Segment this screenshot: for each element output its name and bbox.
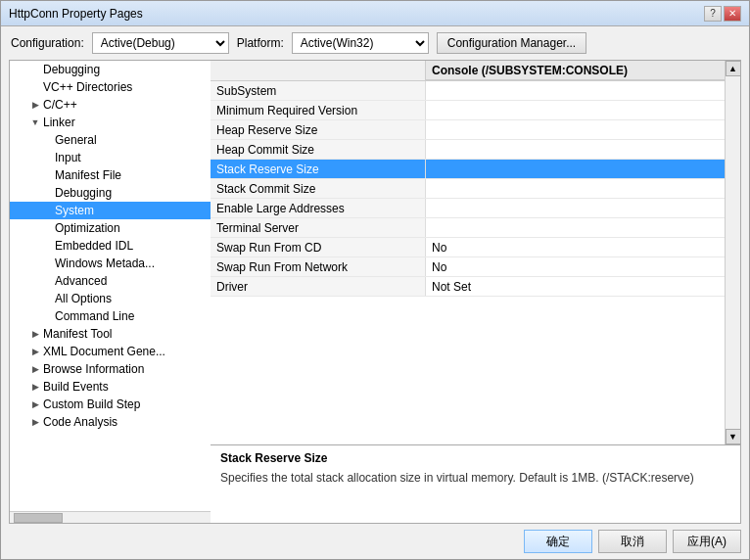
expand-icon-manifest-tool[interactable]: ▶ <box>29 328 41 340</box>
expand-icon-build-events[interactable]: ▶ <box>29 381 41 393</box>
property-grid: Console (/SUBSYSTEM:CONSOLE) SubSystemMi… <box>211 61 725 444</box>
sidebar-label-input: Input <box>55 151 81 164</box>
confirm-button[interactable]: 确定 <box>524 530 592 553</box>
sidebar-item-browse-info[interactable]: ▶Browse Information <box>10 360 211 378</box>
prop-value-cell <box>426 160 725 178</box>
prop-value-cell: Not Set <box>426 277 725 296</box>
table-row[interactable]: Stack Commit Size <box>211 179 725 199</box>
sidebar-item-optimization[interactable]: Optimization <box>10 219 211 237</box>
expand-icon-custom-build[interactable]: ▶ <box>29 398 41 410</box>
sidebar-item-vc-dirs[interactable]: VC++ Directories <box>10 78 211 96</box>
prop-value-cell: No <box>426 257 725 276</box>
prop-value-cell <box>426 101 725 119</box>
prop-name-cell: SubSystem <box>211 81 426 100</box>
sidebar-label-all-options: All Options <box>55 292 112 305</box>
sidebar-content: DebuggingVC++ Directories▶C/C++▼LinkerGe… <box>10 61 211 511</box>
close-button[interactable]: ✕ <box>724 6 741 22</box>
sidebar-item-debugging2[interactable]: Debugging <box>10 184 211 202</box>
sidebar-label-code-analysis: Code Analysis <box>43 415 117 429</box>
configuration-select[interactable]: Active(Debug) <box>92 32 229 54</box>
cancel-button[interactable]: 取消 <box>598 530 667 553</box>
main-content: DebuggingVC++ Directories▶C/C++▼LinkerGe… <box>9 60 741 524</box>
sidebar-item-code-analysis[interactable]: ▶Code Analysis <box>10 413 211 431</box>
sidebar-label-linker: Linker <box>43 116 75 129</box>
window-title: HttpConn Property Pages <box>9 7 143 21</box>
table-row[interactable]: SubSystem <box>211 81 725 101</box>
sidebar-item-system[interactable]: System <box>10 202 211 219</box>
table-row[interactable]: Swap Run From NetworkNo <box>211 257 725 277</box>
sidebar-item-manifest-tool[interactable]: ▶Manifest Tool <box>10 325 211 343</box>
sidebar-item-advanced[interactable]: Advanced <box>10 272 211 290</box>
table-row[interactable]: Stack Reserve Size <box>211 160 725 179</box>
grid-rows: SubSystemMinimum Required VersionHeap Re… <box>211 81 725 297</box>
prop-name-cell: Heap Commit Size <box>211 140 426 159</box>
prop-value-cell <box>426 179 725 198</box>
prop-value-cell <box>426 140 725 159</box>
table-row[interactable]: Heap Reserve Size <box>211 120 725 140</box>
title-bar-buttons: ? ✕ <box>704 6 741 22</box>
table-row[interactable]: Enable Large Addresses <box>211 199 725 218</box>
main-window: HttpConn Property Pages ? ✕ Configuratio… <box>0 0 750 560</box>
prop-name-cell: Heap Reserve Size <box>211 120 426 139</box>
sidebar-label-debugging2: Debugging <box>55 186 112 200</box>
prop-name-cell: Stack Commit Size <box>211 179 426 198</box>
expand-icon-browse-info[interactable]: ▶ <box>29 363 41 375</box>
right-panel: Console (/SUBSYSTEM:CONSOLE) SubSystemMi… <box>211 61 740 523</box>
table-row[interactable]: DriverNot Set <box>211 277 725 297</box>
table-row[interactable]: Minimum Required Version <box>211 101 725 120</box>
sidebar-item-cpp[interactable]: ▶C/C++ <box>10 96 211 114</box>
table-row[interactable]: Swap Run From CDNo <box>211 238 725 257</box>
platform-select[interactable]: Active(Win32) <box>292 32 429 54</box>
table-row[interactable]: Terminal Server <box>211 218 725 238</box>
sidebar: DebuggingVC++ Directories▶C/C++▼LinkerGe… <box>10 61 211 523</box>
table-row[interactable]: Heap Commit Size <box>211 140 725 160</box>
bottom-bar: 确定 取消 应用(A) <box>1 524 749 559</box>
sidebar-item-xml-doc-gen[interactable]: ▶XML Document Gene... <box>10 343 211 360</box>
grid-scrollbar[interactable]: ▲ ▼ <box>725 61 740 444</box>
prop-name-cell: Swap Run From CD <box>211 238 426 257</box>
sidebar-label-debugging: Debugging <box>43 63 100 76</box>
sidebar-label-build-events: Build Events <box>43 380 109 394</box>
expand-icon-linker[interactable]: ▼ <box>29 117 41 128</box>
scroll-up-button[interactable]: ▲ <box>726 61 741 76</box>
sidebar-label-browse-info: Browse Information <box>43 362 144 376</box>
expand-icon-cpp[interactable]: ▶ <box>29 99 41 111</box>
config-manager-button[interactable]: Configuration Manager... <box>437 32 586 54</box>
property-grid-container: Console (/SUBSYSTEM:CONSOLE) SubSystemMi… <box>211 61 740 444</box>
scroll-down-button[interactable]: ▼ <box>726 429 741 444</box>
prop-name-cell: Driver <box>211 277 426 296</box>
sidebar-item-input[interactable]: Input <box>10 149 211 166</box>
help-button[interactable]: ? <box>704 6 722 22</box>
prop-value-cell <box>426 218 725 237</box>
sidebar-item-embedded-idl[interactable]: Embedded IDL <box>10 237 211 255</box>
sidebar-item-command-line[interactable]: Command Line <box>10 307 211 325</box>
sidebar-item-general[interactable]: General <box>10 131 211 149</box>
apply-button[interactable]: 应用(A) <box>673 530 741 553</box>
sidebar-item-custom-build[interactable]: ▶Custom Build Step <box>10 396 211 413</box>
sidebar-item-build-events[interactable]: ▶Build Events <box>10 378 211 396</box>
sidebar-label-system: System <box>55 204 94 217</box>
prop-name-cell: Terminal Server <box>211 218 426 237</box>
prop-value-cell <box>426 81 725 100</box>
config-bar: Configuration: Active(Debug) Platform: A… <box>1 26 749 60</box>
prop-name-cell: Stack Reserve Size <box>211 160 426 178</box>
expand-icon-xml-doc-gen[interactable]: ▶ <box>29 346 41 357</box>
prop-value-cell: No <box>426 238 725 257</box>
prop-value-cell <box>426 199 725 217</box>
sidebar-item-debugging[interactable]: Debugging <box>10 61 211 78</box>
expand-icon-code-analysis[interactable]: ▶ <box>29 416 41 428</box>
sidebar-item-all-options[interactable]: All Options <box>10 290 211 307</box>
grid-header-value-col: Console (/SUBSYSTEM:CONSOLE) <box>426 61 725 80</box>
sidebar-item-linker[interactable]: ▼Linker <box>10 114 211 131</box>
sidebar-item-windows-metadata[interactable]: Windows Metada... <box>10 255 211 272</box>
sidebar-label-vc-dirs: VC++ Directories <box>43 80 132 94</box>
sidebar-label-xml-doc-gen: XML Document Gene... <box>43 345 165 358</box>
prop-value-cell <box>426 120 725 139</box>
sidebar-label-custom-build: Custom Build Step <box>43 397 140 411</box>
sidebar-label-general: General <box>55 133 97 147</box>
sidebar-hscroll[interactable] <box>10 511 211 523</box>
sidebar-item-manifest-file[interactable]: Manifest File <box>10 166 211 184</box>
description-text: Specifies the total stack allocation siz… <box>220 469 730 487</box>
hscroll-thumb <box>14 513 63 523</box>
sidebar-label-cpp: C/C++ <box>43 98 77 112</box>
